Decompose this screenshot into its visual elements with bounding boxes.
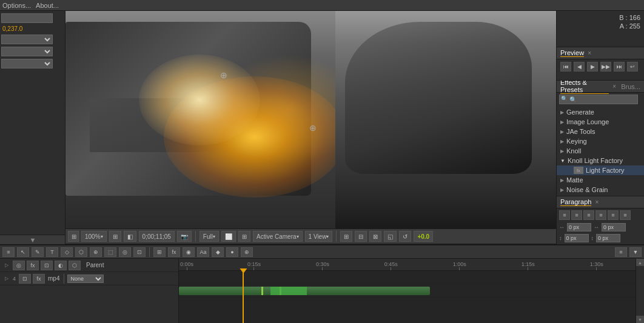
effects-search-input[interactable] [559, 95, 638, 104]
timeline-scrollbar[interactable]: ▲ ▼ [636, 259, 644, 323]
category-knoll-light-factory[interactable]: ▼ Knoll Light Factory [557, 156, 644, 165]
category-noise-grain[interactable]: ▶ Noise & Grain [557, 185, 644, 195]
category-generate[interactable]: ▶ Generate [557, 107, 644, 117]
view-selector[interactable]: Active Camera [253, 231, 303, 242]
category-image-lounge[interactable]: ▶ Image Lounge [557, 117, 644, 127]
tl-btn-pen[interactable]: ✎ [32, 247, 44, 257]
tl-btn-puppet[interactable]: ⊡ [133, 247, 146, 257]
align-last-btn[interactable]: ≡ [608, 210, 619, 220]
view-count-selector[interactable]: 1 View [305, 231, 333, 242]
tl-btn-eraser[interactable]: ⬚ [104, 247, 116, 257]
preview-prev-btn[interactable]: ◀ [574, 62, 585, 72]
about-menu[interactable]: About... [36, 2, 59, 9]
tl-expand-btn[interactable]: ▷ [2, 261, 11, 270]
effects-close[interactable]: × [612, 83, 616, 90]
tl-btn-shape[interactable]: ◇ [61, 247, 73, 257]
ts-down-btn[interactable]: ▼ [636, 316, 645, 323]
layout-btn-3[interactable]: ⊠ [369, 231, 381, 242]
tl-layer-fx[interactable]: fx [33, 274, 45, 284]
paragraph-tab[interactable]: Paragraph [560, 198, 591, 206]
left-panel-scroll[interactable]: ▼ [0, 235, 65, 244]
composition-mini-btn[interactable]: ⊞ [68, 231, 79, 242]
grid-btn[interactable]: ⊞ [109, 231, 121, 242]
crosshair-1: ⊕ [219, 70, 229, 80]
tl-btn-brush[interactable]: ⬡ [75, 247, 87, 257]
para-input-3[interactable] [565, 234, 589, 242]
tl-layer-solo[interactable]: ⊡ [19, 274, 31, 284]
tl-layer-name: mp4 [48, 275, 59, 282]
category-knoll[interactable]: ▶ Knoll [557, 146, 644, 156]
tl-btn-plus2[interactable]: ⊕ [241, 247, 253, 257]
quality-selector[interactable]: Full [200, 231, 219, 242]
para-input-4[interactable] [596, 234, 620, 242]
brush-tab[interactable]: Brus... [621, 83, 640, 90]
tl-btn-stamp[interactable]: ⊕ [90, 247, 102, 257]
tl-fx-btn[interactable]: fx [27, 261, 39, 270]
options-menu[interactable]: Options... [2, 2, 31, 9]
tl-adj-btn[interactable]: ◐ [55, 261, 67, 270]
right-panel: B : 166 A : 255 Preview × ⏮ ◀ ▶ ▶▶ ⏭ ↩ [556, 11, 644, 244]
category-jae-tools[interactable]: ▶ JAe Tools [557, 127, 644, 136]
left-input-1[interactable] [1, 13, 53, 23]
tl-btn-2[interactable]: ⊞ [153, 247, 166, 257]
tl-btn-select[interactable]: ↖ [17, 247, 29, 257]
tl-btn-diamond[interactable]: ◆ [212, 247, 224, 257]
effects-tab[interactable]: Effects & Presets [560, 81, 609, 94]
tl-menu-btn[interactable]: ▼ [629, 247, 642, 257]
tl-btn-aa[interactable]: Aa [197, 247, 209, 257]
para-input-2[interactable] [602, 223, 626, 231]
tl-collapse-btn[interactable]: ≡ [615, 247, 627, 257]
preview-loop-btn[interactable]: ↩ [627, 62, 638, 72]
playhead[interactable] [243, 271, 244, 323]
timeline-right-panel[interactable]: 0:00s 0:15s 0:30s 0:45s 1:00s [179, 259, 636, 323]
preview-next-btn[interactable]: ▶▶ [600, 62, 611, 72]
tl-btn-fx[interactable]: fx [168, 247, 180, 257]
layout-btn-2[interactable]: ⊟ [355, 231, 367, 242]
timeline-tracks[interactable] [179, 271, 636, 323]
preview-last-btn[interactable]: ⏭ [614, 62, 625, 72]
layout-btn-4[interactable]: ◱ [384, 231, 397, 242]
tl-parent-dropdown[interactable]: None [67, 275, 104, 283]
tl-btn-roto[interactable]: ◎ [119, 247, 131, 257]
preview-play-btn[interactable]: ▶ [587, 62, 598, 72]
para-input-1[interactable] [567, 223, 591, 231]
left-coord-label: 0,237.0 [1, 24, 64, 33]
tl-motion-btn[interactable]: ⊡ [41, 261, 53, 270]
paragraph-close[interactable]: × [595, 199, 599, 205]
tl-layer-expand[interactable]: ▷ [2, 275, 11, 283]
preview-first-btn[interactable]: ⏮ [560, 62, 571, 72]
align-full-btn[interactable]: ≡ [620, 210, 631, 220]
tl-3d-btn[interactable]: ⬡ [69, 261, 81, 270]
align-center-btn[interactable]: ≡ [571, 210, 582, 220]
tl-btn-camera2[interactable]: ◉ [183, 247, 195, 257]
tl-btn-hamburger[interactable]: ≡ [2, 247, 15, 257]
transparency-btn[interactable]: ⬜ [221, 231, 236, 242]
zoom-selector[interactable]: 100% [81, 231, 107, 242]
timecode-display[interactable]: 0;00;11;05 [139, 231, 175, 242]
tl-solo-btn[interactable]: ◎ [13, 261, 25, 270]
tl-btn-text[interactable]: T [46, 247, 58, 257]
tl-btn-circle[interactable]: ● [226, 247, 238, 257]
left-dropdown-2[interactable] [1, 47, 53, 56]
region-btn[interactable]: ◧ [124, 231, 136, 242]
effect-light-factory[interactable]: fx Light Factory [557, 165, 644, 175]
align-left-btn[interactable]: ≡ [559, 210, 570, 220]
category-jae-tools-label: JAe Tools [566, 128, 595, 135]
align-right-btn[interactable]: ≡ [583, 210, 594, 220]
camera-btn[interactable]: 📷 [177, 231, 192, 242]
preview-tab[interactable]: Preview [560, 49, 584, 57]
left-dropdown-1[interactable] [1, 35, 53, 44]
preview-close[interactable]: × [588, 50, 591, 56]
align-justify-btn[interactable]: ≡ [595, 210, 606, 220]
gain-display[interactable]: +0.0 [414, 231, 433, 242]
category-matte[interactable]: ▶ Matte [557, 175, 644, 185]
ruler-mark-0: 0:00s [180, 261, 193, 270]
grid2-btn[interactable]: ⊞ [238, 231, 250, 242]
ts-up-btn[interactable]: ▲ [636, 259, 645, 266]
track-row-1 [179, 284, 636, 298]
layout-btn-1[interactable]: ⊞ [340, 231, 352, 242]
video-area[interactable]: ⊕ ⊕ [65, 11, 556, 228]
category-keying[interactable]: ▶ Keying [557, 136, 644, 146]
left-dropdown-3[interactable] [1, 59, 53, 68]
reset-btn[interactable]: ↺ [399, 231, 411, 242]
